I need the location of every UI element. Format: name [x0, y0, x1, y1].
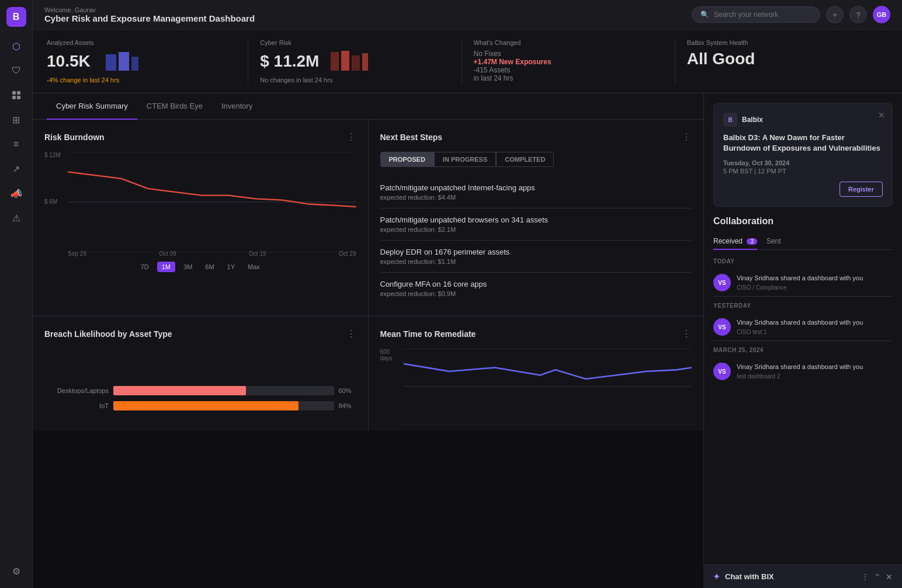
- sidebar-item-dashboard[interactable]: [6, 85, 26, 105]
- svg-rect-10: [362, 53, 368, 71]
- svg-rect-9: [352, 55, 360, 71]
- bar-desktops: Desktops/Laptops 60%: [44, 386, 356, 395]
- settings-icon[interactable]: ⚙: [6, 561, 26, 581]
- nbs-item-2: Deploy EDR on 1676 perimeter assets expe…: [380, 241, 692, 273]
- tab-cyber-risk-summary[interactable]: Cyber Risk Summary: [47, 93, 137, 120]
- sidebar-item-grid[interactable]: ⊞: [6, 110, 26, 130]
- collab-sub-0: CISO / Compliance: [737, 284, 863, 291]
- sidebar-item-warning[interactable]: ⚠: [6, 208, 26, 228]
- nbs-tab-in-progress[interactable]: IN PROGRESS: [434, 152, 496, 167]
- sidebar-item-list[interactable]: ≡: [6, 134, 26, 154]
- filter-7d[interactable]: 7D: [136, 262, 154, 272]
- chat-close-icon[interactable]: ✕: [886, 572, 893, 582]
- breach-likelihood-menu[interactable]: ⋮: [346, 328, 356, 339]
- collab-sub-2: test dashboard 2: [737, 373, 863, 380]
- svg-rect-1: [17, 91, 20, 95]
- nbs-tab-proposed[interactable]: PROPOSED: [380, 152, 434, 167]
- risk-burndown-title: Risk Burndown: [44, 133, 105, 142]
- stat-analyzed-assets-label: Analyzed Assets: [47, 39, 236, 46]
- collab-tab-received[interactable]: Received 3: [713, 234, 757, 250]
- filter-3m[interactable]: 3M: [179, 262, 197, 272]
- main-tabs: Cyber Risk Summary CTEM Birds Eye Invent…: [33, 93, 703, 120]
- help-button[interactable]: ?: [849, 6, 867, 23]
- chat-icon: ✦: [713, 571, 720, 582]
- nbs-item-3: Configure MFA on 16 core apps expected r…: [380, 273, 692, 304]
- time-filters: 7D 1M 3M 6M 1Y Max: [44, 262, 356, 272]
- section-today: TODAY: [713, 258, 893, 265]
- panel-next-best-steps: Next Best Steps ⋮ PROPOSED IN PROGRESS C…: [369, 120, 704, 316]
- filter-1m[interactable]: 1M: [157, 262, 175, 272]
- filter-max[interactable]: Max: [243, 262, 265, 272]
- chat-menu-icon[interactable]: ⋮: [861, 572, 869, 582]
- welcome-text: Welcome, Gaurav: [44, 6, 255, 13]
- svg-rect-7: [331, 52, 339, 71]
- next-best-steps-header: Next Best Steps ⋮: [380, 131, 692, 142]
- risk-burndown-chart: $ 12M $ 6M Sep 29 Oct 09: [44, 152, 356, 257]
- collaboration-section: Collaboration Received 3 Sent TODAY VS V…: [704, 216, 902, 588]
- mtr-svg: [404, 349, 692, 425]
- stat-analyzed-assets-change: -4% change in last 24 hrs: [47, 76, 236, 83]
- user-avatar[interactable]: GB: [873, 6, 890, 23]
- risk-burndown-menu[interactable]: ⋮: [346, 131, 356, 142]
- svg-rect-8: [341, 51, 349, 71]
- event-title: Balbix D3: A New Dawn for Faster Burndow…: [723, 133, 883, 154]
- balbix-logo: B: [723, 113, 737, 127]
- chat-actions: ⋮ ⌃ ✕: [861, 572, 893, 582]
- add-button[interactable]: +: [826, 6, 844, 23]
- svg-rect-0: [12, 91, 16, 95]
- bar-fill-iot: [113, 401, 299, 410]
- whats-changed-new-exposures: +1.47M New Exposures: [474, 58, 663, 66]
- next-best-steps-menu[interactable]: ⋮: [682, 131, 692, 142]
- nbs-tab-completed[interactable]: COMPLETED: [496, 152, 554, 167]
- svg-rect-3: [17, 96, 20, 99]
- mean-time-menu[interactable]: ⋮: [682, 328, 692, 339]
- stat-analyzed-assets: Analyzed Assets 10.5K -4% change in last…: [47, 39, 248, 83]
- content-area: Cyber Risk Summary CTEM Birds Eye Invent…: [33, 93, 902, 588]
- search-input[interactable]: [714, 11, 811, 19]
- filter-1y[interactable]: 1Y: [223, 262, 240, 272]
- stat-whats-changed-label: What's Changed: [474, 39, 663, 46]
- collab-item-2: VS Vinay Sridhara shared a dashboard wit…: [713, 358, 893, 385]
- nbs-items: Patch/mitigate unpatched Internet-facing…: [380, 176, 692, 304]
- main-content: Welcome, Gaurav Cyber Risk and Exposure …: [33, 0, 902, 588]
- collab-tab-sent[interactable]: Sent: [766, 234, 781, 250]
- nbs-item-1: Patch/mitigate unpatched browsers on 341…: [380, 208, 692, 241]
- svg-rect-5: [119, 52, 129, 71]
- risk-burndown-xaxis: Sep 29 Oct 09 Oct 19 Oct 29: [68, 250, 356, 257]
- bar-track-iot: [113, 401, 334, 410]
- bar-fill-desktops: [113, 386, 246, 395]
- mean-time-title: Mean Time to Remediate: [380, 329, 476, 339]
- risk-burndown-header: Risk Burndown ⋮: [44, 131, 356, 142]
- sidebar-logo[interactable]: B: [6, 7, 26, 27]
- stat-cyber-risk-change: No changes in last 24 hrs: [260, 76, 449, 83]
- nbs-tabs: PROPOSED IN PROGRESS COMPLETED: [380, 152, 692, 167]
- svg-rect-4: [106, 54, 116, 71]
- stats-bar: Analyzed Assets 10.5K -4% change in last…: [33, 30, 902, 93]
- topbar: Welcome, Gaurav Cyber Risk and Exposure …: [33, 0, 902, 30]
- collab-text-0: Vinay Sridhara shared a dashboard with y…: [737, 274, 863, 283]
- sidebar-item-alerts[interactable]: 📣: [6, 183, 26, 203]
- next-best-steps-title: Next Best Steps: [380, 133, 443, 142]
- sidebar-item-security[interactable]: 🛡: [6, 61, 26, 81]
- event-close-button[interactable]: ✕: [878, 110, 885, 120]
- collab-item-0: VS Vinay Sridhara shared a dashboard wit…: [713, 269, 893, 297]
- chat-expand-icon[interactable]: ⌃: [874, 572, 881, 582]
- tab-ctem-birds-eye[interactable]: CTEM Birds Eye: [137, 93, 212, 120]
- filter-6m[interactable]: 6M: [200, 262, 218, 272]
- register-button[interactable]: Register: [839, 182, 883, 197]
- svg-rect-6: [131, 57, 138, 71]
- whats-changed-no-fixes: No Fixes: [474, 50, 663, 58]
- collab-avatar-2: VS: [713, 363, 731, 380]
- right-panel: B Balbix ✕ Balbix D3: A New Dawn for Fas…: [703, 93, 902, 588]
- sidebar-item-home[interactable]: ⬡: [6, 36, 26, 56]
- search-box[interactable]: 🔍: [692, 6, 820, 23]
- collab-avatar-1: VS: [713, 318, 731, 336]
- stat-cyber-risk-value: $ 11.2M: [260, 52, 319, 71]
- sidebar-item-trend[interactable]: ↗: [6, 159, 26, 179]
- topbar-title: Welcome, Gaurav Cyber Risk and Exposure …: [44, 6, 255, 23]
- risk-burndown-yaxis: $ 12M $ 6M: [44, 152, 61, 245]
- collab-text-2: Vinay Sridhara shared a dashboard with y…: [737, 363, 863, 371]
- event-time: 5 PM BST | 12 PM PT: [723, 168, 883, 175]
- stat-cyber-risk-label: Cyber Risk: [260, 39, 449, 46]
- tab-inventory[interactable]: Inventory: [212, 93, 262, 120]
